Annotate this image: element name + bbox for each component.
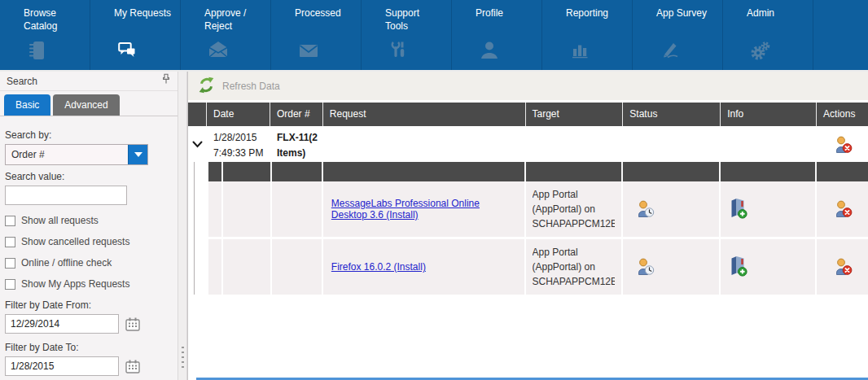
tools-icon xyxy=(388,39,410,62)
column-status[interactable]: Status xyxy=(623,103,721,126)
user-pending-icon[interactable] xyxy=(634,199,655,221)
nav-tab-profile[interactable]: Profile xyxy=(452,0,542,70)
column-actions[interactable]: Actions xyxy=(817,103,868,126)
person-icon xyxy=(478,39,501,62)
search-by-dropdown[interactable]: Order # xyxy=(5,144,148,165)
bar-chart-icon xyxy=(568,39,591,62)
nav-tab-support-tools[interactable]: Support Tools xyxy=(362,0,452,70)
actions-cell xyxy=(817,181,868,237)
column-info[interactable]: Info xyxy=(721,103,817,126)
checkbox-icon[interactable] xyxy=(5,279,15,290)
column-expander xyxy=(188,103,207,126)
search-mode-tabs: Basic Advanced xyxy=(0,91,178,116)
detail-header-row xyxy=(208,162,868,181)
splitter-grip-icon xyxy=(182,347,184,368)
request-item-row: MessageLabs Professional Online Desktop … xyxy=(208,181,868,237)
nav-tab-admin[interactable]: Admin xyxy=(723,0,813,70)
order-number: FLX-11(2 Items) xyxy=(270,126,323,162)
calendar-icon[interactable] xyxy=(125,317,140,331)
nav-tab-my-requests[interactable]: My Requests xyxy=(90,0,181,70)
info-cell xyxy=(721,181,817,237)
grid-toolbar: Refresh Data xyxy=(188,72,868,103)
actions-cell xyxy=(817,239,868,295)
panel-splitter[interactable] xyxy=(178,72,187,380)
checkbox-show-cancelled-requests[interactable]: Show cancelled requests xyxy=(5,236,178,247)
nav-tab-approve-reject[interactable]: Approve / Reject xyxy=(181,0,271,70)
column-request[interactable]: Request xyxy=(323,103,526,126)
cancel-request-icon[interactable] xyxy=(832,199,853,221)
order-group-row: 1/28/2015 7:49:33 PM FLX-11(2 Items) xyxy=(188,126,868,162)
refresh-icon[interactable] xyxy=(198,76,215,96)
search-by-label: Search by: xyxy=(5,129,178,141)
status-cell xyxy=(623,239,721,295)
search-panel: Search Basic Advanced Search by: Order #… xyxy=(0,72,178,380)
nav-tab-browse-catalog[interactable]: Browse Catalog xyxy=(0,0,90,70)
search-value-input[interactable] xyxy=(5,186,127,205)
collapse-chevron-icon[interactable] xyxy=(188,126,207,162)
top-navigation: Browse Catalog My Requests xyxy=(0,0,868,72)
chevron-down-icon xyxy=(134,152,142,157)
dropdown-open-button[interactable] xyxy=(128,145,147,164)
nav-tab-app-survey[interactable]: App Survey xyxy=(633,0,723,70)
software-add-icon[interactable] xyxy=(728,198,748,221)
checkbox-icon[interactable] xyxy=(5,258,15,269)
open-envelope-icon xyxy=(207,39,230,62)
checkbox-icon[interactable] xyxy=(5,237,15,247)
date-to-label: Filter by Date To: xyxy=(5,342,178,353)
target-text: App Portal (AppPortal) on SCHAPAPPCM12BO… xyxy=(533,245,616,289)
order-date: 1/28/2015 7:49:33 PM xyxy=(207,126,270,162)
date-from-label: Filter by Date From: xyxy=(5,299,178,311)
nav-tab-processed[interactable]: Processed xyxy=(271,0,362,70)
request-link[interactable]: Firefox 16.0.2 (Install) xyxy=(331,261,426,273)
date-to-input[interactable] xyxy=(5,356,119,376)
search-value-label: Search value: xyxy=(5,171,178,182)
search-by-selected-value: Order # xyxy=(6,145,128,164)
pin-icon[interactable] xyxy=(161,72,171,91)
software-add-icon[interactable] xyxy=(728,256,748,279)
info-cell xyxy=(721,239,817,295)
checkbox-icon[interactable] xyxy=(5,216,15,226)
target-text: App Portal (AppPortal) on SCHAPAPPCM12BO… xyxy=(533,187,616,231)
cancel-request-icon[interactable] xyxy=(832,256,853,278)
chat-bubbles-icon xyxy=(116,39,139,62)
column-date[interactable]: Date xyxy=(207,103,270,126)
gears-icon xyxy=(749,39,772,62)
request-link[interactable]: MessageLabs Professional Online Desktop … xyxy=(331,198,516,221)
tab-advanced[interactable]: Advanced xyxy=(53,94,119,116)
column-target[interactable]: Target xyxy=(526,103,624,126)
nav-tab-reporting[interactable]: Reporting xyxy=(542,0,633,70)
envelope-icon xyxy=(297,39,320,62)
user-pending-icon[interactable] xyxy=(634,256,655,278)
checkbox-show-all-requests[interactable]: Show all requests xyxy=(5,215,178,226)
request-item-row: Firefox 16.0.2 (Install) App Portal (App… xyxy=(208,239,868,295)
tab-basic[interactable]: Basic xyxy=(4,94,50,116)
cancel-request-icon[interactable] xyxy=(817,126,868,162)
date-from-input[interactable] xyxy=(5,314,119,334)
requests-grid-panel: Refresh Data Date Order # Request Target… xyxy=(187,72,868,380)
app-portal-window: Browse Catalog My Requests xyxy=(0,0,868,380)
refresh-data-button[interactable]: Refresh Data xyxy=(222,81,280,92)
calendar-icon[interactable] xyxy=(125,360,140,373)
status-cell xyxy=(623,181,721,237)
checkbox-show-my-apps-requests[interactable]: Show My Apps Requests xyxy=(5,278,178,290)
search-panel-title: Search xyxy=(7,72,37,91)
checkbox-online-offline-check[interactable]: Online / offline check xyxy=(5,257,178,269)
grid-header-row: Date Order # Request Target Status Info … xyxy=(188,103,868,126)
survey-pen-icon xyxy=(659,39,682,62)
catalog-book-icon xyxy=(26,39,49,62)
order-items-detail-grid: MessageLabs Professional Online Desktop … xyxy=(208,162,868,295)
column-order[interactable]: Order # xyxy=(270,103,323,126)
